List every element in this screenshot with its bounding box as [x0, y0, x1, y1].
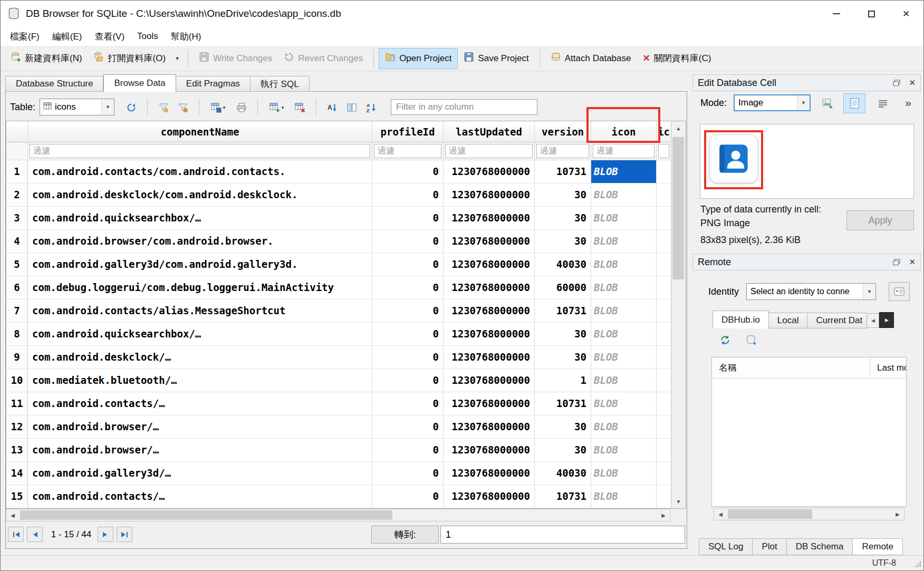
- cell-profileId[interactable]: 0: [372, 415, 444, 439]
- next-record-button[interactable]: [98, 527, 113, 542]
- table-row[interactable]: 2 com.android.deskclock/com.android.desk…: [6, 183, 671, 207]
- cell-componentName[interactable]: com.android.browser/…: [28, 439, 372, 462]
- table-row[interactable]: 3 com.android.quicksearchbox/… 0 1230768…: [6, 207, 671, 230]
- cell-icon[interactable]: BLOB: [591, 253, 657, 276]
- insert-record-button[interactable]: ▼: [265, 99, 289, 116]
- row-number[interactable]: 11: [6, 392, 28, 415]
- cell-lastUpdated[interactable]: 1230768000000: [444, 369, 535, 392]
- tab-plot[interactable]: Plot: [753, 538, 786, 555]
- cell-partial[interactable]: [657, 415, 671, 439]
- close-dock-icon[interactable]: ✕: [909, 257, 916, 267]
- cell-lastUpdated[interactable]: 1230768000000: [444, 276, 535, 299]
- cell-version[interactable]: 10731: [535, 392, 591, 415]
- cell-lastUpdated[interactable]: 1230768000000: [444, 439, 535, 462]
- cell-profileId[interactable]: 0: [372, 485, 444, 508]
- scroll-right-icon[interactable]: ▶: [891, 508, 904, 520]
- menu-edit[interactable]: 編輯(E): [46, 27, 89, 46]
- row-number[interactable]: 12: [6, 415, 28, 439]
- cell-partial[interactable]: [657, 323, 671, 346]
- cell-componentName[interactable]: com.android.contacts/com.android.contact…: [28, 160, 372, 183]
- cell-icon[interactable]: BLOB: [591, 299, 657, 323]
- cell-icon[interactable]: BLOB: [591, 485, 657, 508]
- cell-version[interactable]: 10731: [535, 160, 591, 183]
- mode-selector[interactable]: Image ▼: [734, 94, 811, 111]
- identity-certificate-button[interactable]: [889, 282, 910, 301]
- maximize-button[interactable]: [854, 1, 889, 27]
- cell-componentName[interactable]: com.android.gallery3d/…: [28, 462, 372, 485]
- cell-partial[interactable]: [657, 462, 671, 485]
- cell-partial[interactable]: [657, 253, 671, 276]
- cell-profileId[interactable]: 0: [372, 160, 444, 183]
- cell-version[interactable]: 30: [535, 207, 591, 230]
- cell-version[interactable]: 40030: [535, 253, 591, 276]
- save-project-button[interactable]: Save Project: [458, 48, 534, 69]
- cell-profileId[interactable]: 0: [372, 323, 444, 346]
- cell-version[interactable]: 30: [535, 183, 591, 207]
- cell-lastUpdated[interactable]: 1230768000000: [444, 415, 535, 439]
- cell-profileId[interactable]: 0: [372, 253, 444, 276]
- cell-version[interactable]: 10731: [535, 299, 591, 323]
- cell-version[interactable]: 30: [535, 346, 591, 369]
- cell-profileId[interactable]: 0: [372, 207, 444, 230]
- row-number[interactable]: 7: [6, 299, 28, 323]
- float-dock-icon[interactable]: [893, 259, 900, 266]
- grid-horizontal-scrollbar[interactable]: ◀ ▶: [6, 509, 670, 521]
- cell-partial[interactable]: [657, 439, 671, 462]
- filter-componentName[interactable]: 過濾: [30, 144, 370, 158]
- filter-version[interactable]: 過濾: [536, 144, 589, 158]
- table-row[interactable]: 6 com.debug.loggerui/com.debug.loggerui.…: [6, 276, 671, 299]
- apply-button[interactable]: Apply: [846, 210, 914, 230]
- goto-button[interactable]: 轉到:: [371, 526, 439, 544]
- cell-version[interactable]: 30: [535, 439, 591, 462]
- previous-record-button[interactable]: [27, 527, 43, 542]
- remote-horizontal-scrollbar[interactable]: ◀ ▶: [714, 508, 904, 520]
- table-row[interactable]: 10 com.mediatek.bluetooth/… 0 1230768000…: [6, 369, 671, 392]
- cell-componentName[interactable]: com.android.contacts/…: [28, 392, 372, 415]
- cell-partial[interactable]: [657, 183, 671, 207]
- row-number[interactable]: 9: [6, 346, 28, 369]
- cell-componentName[interactable]: com.android.contacts/alias.MessageShortc…: [28, 299, 372, 323]
- filter-lastUpdated[interactable]: 過濾: [445, 144, 533, 158]
- scroll-right-icon[interactable]: ▶: [657, 509, 670, 521]
- row-number[interactable]: 2: [6, 183, 28, 207]
- cell-partial[interactable]: [657, 276, 671, 299]
- tab-sql-log[interactable]: SQL Log: [699, 538, 753, 555]
- cell-componentName[interactable]: com.android.browser/com.android.browser.: [28, 230, 372, 253]
- tab-db-schema[interactable]: DB Schema: [787, 538, 853, 555]
- tab-scroll-left-icon[interactable]: ◀: [867, 313, 879, 328]
- cell-lastUpdated[interactable]: 1230768000000: [444, 230, 535, 253]
- cell-partial[interactable]: [657, 160, 671, 183]
- delete-record-button[interactable]: [292, 99, 309, 116]
- open-database-dropdown[interactable]: ▼: [171, 48, 183, 69]
- cell-partial[interactable]: [657, 346, 671, 369]
- tab-edit-pragmas[interactable]: Edit Pragmas: [176, 76, 251, 92]
- table-row[interactable]: 7 com.android.contacts/alias.MessageShor…: [6, 299, 671, 323]
- sort-az-button[interactable]: AZ: [363, 99, 380, 116]
- cell-icon[interactable]: BLOB: [591, 323, 657, 346]
- row-number[interactable]: 14: [6, 462, 28, 485]
- cell-icon[interactable]: BLOB: [591, 346, 657, 369]
- filter-partial[interactable]: [658, 144, 669, 158]
- attach-database-button[interactable]: Attach Database: [545, 48, 637, 69]
- remote-refresh-button[interactable]: [718, 333, 733, 347]
- cell-lastUpdated[interactable]: 1230768000000: [444, 253, 535, 276]
- scrollbar-thumb[interactable]: [20, 510, 392, 520]
- cell-componentName[interactable]: com.mediatek.bluetooth/…: [28, 369, 372, 392]
- cell-icon[interactable]: BLOB: [591, 392, 657, 415]
- scroll-left-icon[interactable]: ◀: [6, 509, 19, 521]
- menu-view[interactable]: 查看(V): [88, 27, 131, 46]
- save-results-button[interactable]: ▼: [207, 99, 230, 116]
- refresh-button[interactable]: [123, 99, 140, 116]
- new-database-button[interactable]: 新建資料庫(N): [5, 48, 88, 69]
- cell-componentName[interactable]: com.android.contacts/…: [28, 485, 372, 508]
- first-record-button[interactable]: [8, 527, 24, 542]
- row-number[interactable]: 6: [6, 276, 28, 299]
- table-row[interactable]: 5 com.android.gallery3d/com.android.gall…: [6, 253, 671, 276]
- write-changes-button[interactable]: Write Changes: [193, 48, 278, 69]
- cell-profileId[interactable]: 0: [372, 230, 444, 253]
- cell-lastUpdated[interactable]: 1230768000000: [444, 323, 535, 346]
- scroll-up-icon[interactable]: ▲: [671, 121, 686, 135]
- cell-lastUpdated[interactable]: 1230768000000: [444, 392, 535, 415]
- cell-partial[interactable]: [657, 369, 671, 392]
- cell-icon[interactable]: BLOB: [591, 183, 657, 207]
